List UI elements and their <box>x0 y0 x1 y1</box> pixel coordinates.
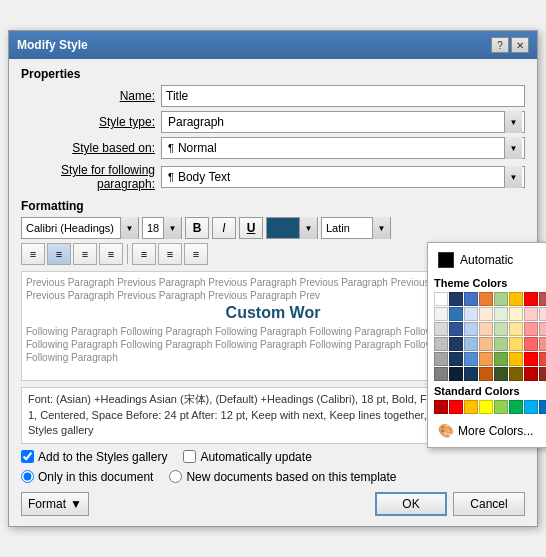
line-spacing-button[interactable]: ≡ <box>184 243 208 265</box>
standard-color-cell[interactable] <box>539 400 546 414</box>
theme-color-cell[interactable] <box>539 292 546 306</box>
theme-color-cell[interactable] <box>449 307 463 321</box>
theme-color-cell[interactable] <box>449 322 463 336</box>
theme-color-cell[interactable] <box>509 352 523 366</box>
theme-color-cell[interactable] <box>524 367 538 381</box>
standard-color-cell[interactable] <box>479 400 493 414</box>
theme-color-cell[interactable] <box>539 367 546 381</box>
theme-color-cell[interactable] <box>479 352 493 366</box>
add-to-gallery-label[interactable]: Add to the Styles gallery <box>21 450 167 464</box>
based-on-select[interactable]: ¶ Normal ▼ <box>161 137 525 159</box>
indent-decrease-button[interactable]: ≡ <box>132 243 156 265</box>
theme-color-cell[interactable] <box>539 307 546 321</box>
bold-button[interactable]: B <box>185 217 209 239</box>
theme-color-cell[interactable] <box>524 352 538 366</box>
theme-color-cell[interactable] <box>494 352 508 366</box>
theme-color-cell[interactable] <box>509 322 523 336</box>
theme-color-cell[interactable] <box>434 367 448 381</box>
following-dropdown-arrow[interactable]: ▼ <box>504 166 522 188</box>
font-color-button[interactable]: ▼ Automatic Theme Colors Standard Colors <box>266 217 318 239</box>
align-justify-button[interactable]: ≡ <box>99 243 123 265</box>
style-type-dropdown-arrow[interactable]: ▼ <box>504 111 522 133</box>
standard-color-cell[interactable] <box>449 400 463 414</box>
new-docs-label[interactable]: New documents based on this template <box>169 470 396 484</box>
name-input[interactable] <box>161 85 525 107</box>
italic-button[interactable]: I <box>212 217 236 239</box>
theme-color-cell[interactable] <box>494 367 508 381</box>
based-on-dropdown-arrow[interactable]: ▼ <box>504 137 522 159</box>
new-docs-radio[interactable] <box>169 470 182 483</box>
automatic-color-option[interactable]: Automatic <box>434 249 546 271</box>
theme-color-cell[interactable] <box>449 367 463 381</box>
theme-color-cell[interactable] <box>494 292 508 306</box>
theme-color-cell[interactable] <box>539 322 546 336</box>
theme-color-cell[interactable] <box>449 292 463 306</box>
theme-color-cell[interactable] <box>509 367 523 381</box>
align-left-button[interactable]: ≡ <box>21 243 45 265</box>
theme-color-cell[interactable] <box>449 352 463 366</box>
add-to-gallery-checkbox[interactable] <box>21 450 34 463</box>
theme-color-cell[interactable] <box>464 322 478 336</box>
theme-color-cell[interactable] <box>494 322 508 336</box>
only-this-doc-radio[interactable] <box>21 470 34 483</box>
theme-color-cell[interactable] <box>434 352 448 366</box>
theme-color-cell[interactable] <box>434 307 448 321</box>
theme-color-cell[interactable] <box>464 367 478 381</box>
theme-color-cell[interactable] <box>509 292 523 306</box>
close-button[interactable]: ✕ <box>511 37 529 53</box>
font-color-dropdown-arrow[interactable]: ▼ <box>299 217 317 239</box>
format-button[interactable]: Format ▼ <box>21 492 89 516</box>
theme-color-cell[interactable] <box>539 352 546 366</box>
help-button[interactable]: ? <box>491 37 509 53</box>
lang-arrow[interactable]: ▼ <box>372 217 390 239</box>
standard-color-cell[interactable] <box>509 400 523 414</box>
theme-color-cell[interactable] <box>509 307 523 321</box>
auto-update-checkbox[interactable] <box>183 450 196 463</box>
theme-color-cell[interactable] <box>524 307 538 321</box>
theme-color-cell[interactable] <box>524 292 538 306</box>
palette-icon: 🎨 <box>438 423 454 438</box>
ok-button[interactable]: OK <box>375 492 447 516</box>
standard-color-cell[interactable] <box>464 400 478 414</box>
cancel-button[interactable]: Cancel <box>453 492 525 516</box>
theme-color-cell[interactable] <box>539 337 546 351</box>
only-this-doc-label[interactable]: Only in this document <box>21 470 153 484</box>
theme-color-cell[interactable] <box>434 337 448 351</box>
color-picker-dropdown: Automatic Theme Colors Standard Colors 🎨… <box>427 242 546 448</box>
style-type-select[interactable]: Paragraph ▼ <box>161 111 525 133</box>
align-right-button[interactable]: ≡ <box>73 243 97 265</box>
auto-update-label[interactable]: Automatically update <box>183 450 311 464</box>
theme-color-cell[interactable] <box>479 367 493 381</box>
following-select[interactable]: ¶ Body Text ▼ <box>161 166 525 188</box>
standard-color-cell[interactable] <box>434 400 448 414</box>
theme-color-cell[interactable] <box>434 322 448 336</box>
align-center-button[interactable]: ≡ <box>47 243 71 265</box>
theme-color-cell[interactable] <box>479 292 493 306</box>
font-size-arrow[interactable]: ▼ <box>163 217 181 239</box>
theme-color-cell[interactable] <box>434 292 448 306</box>
theme-color-col-6 <box>524 292 538 381</box>
more-colors-option[interactable]: 🎨 More Colors... <box>434 420 546 441</box>
theme-color-cell[interactable] <box>464 307 478 321</box>
font-name-select[interactable]: Calibri (Headings) ▼ <box>21 217 139 239</box>
standard-color-cell[interactable] <box>494 400 508 414</box>
underline-button[interactable]: U <box>239 217 263 239</box>
theme-color-cell[interactable] <box>524 322 538 336</box>
theme-color-cell[interactable] <box>494 307 508 321</box>
theme-color-cell[interactable] <box>479 322 493 336</box>
theme-color-cell[interactable] <box>464 337 478 351</box>
format-button-label: Format <box>28 497 66 511</box>
theme-color-cell[interactable] <box>479 337 493 351</box>
theme-color-cell[interactable] <box>479 307 493 321</box>
theme-color-cell[interactable] <box>494 337 508 351</box>
theme-color-cell[interactable] <box>449 337 463 351</box>
theme-color-cell[interactable] <box>509 337 523 351</box>
theme-color-cell[interactable] <box>524 337 538 351</box>
standard-color-cell[interactable] <box>524 400 538 414</box>
lang-select[interactable]: Latin ▼ <box>321 217 391 239</box>
theme-color-cell[interactable] <box>464 352 478 366</box>
font-size-select[interactable]: 18 ▼ <box>142 217 182 239</box>
font-name-arrow[interactable]: ▼ <box>120 217 138 239</box>
indent-increase-button[interactable]: ≡ <box>158 243 182 265</box>
theme-color-cell[interactable] <box>464 292 478 306</box>
